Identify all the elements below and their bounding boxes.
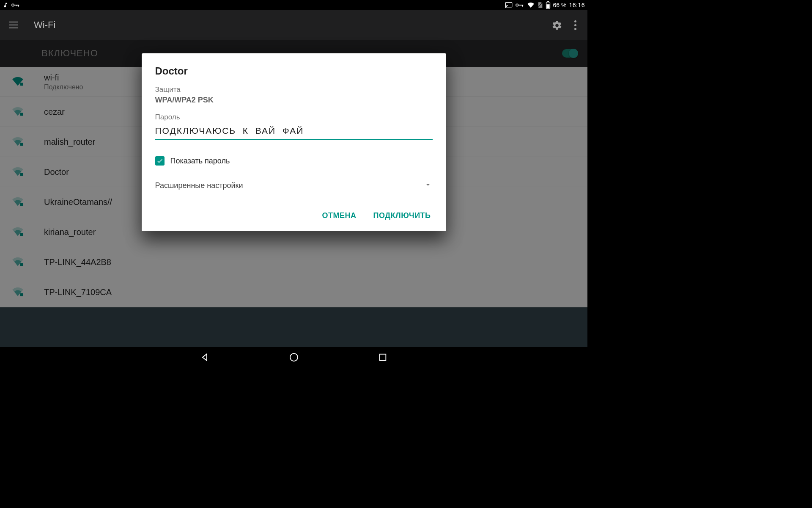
nav-back-button[interactable] bbox=[199, 351, 211, 364]
hamburger-menu[interactable] bbox=[8, 19, 19, 31]
svg-point-6 bbox=[516, 4, 518, 6]
show-password-label: Показать пароль bbox=[170, 157, 230, 166]
svg-rect-11 bbox=[547, 1, 549, 2]
show-password-row[interactable]: Показать пароль bbox=[155, 156, 433, 166]
page-title: Wi-Fi bbox=[34, 19, 55, 30]
svg-rect-2 bbox=[18, 5, 19, 7]
show-password-checkbox[interactable] bbox=[155, 156, 165, 166]
svg-point-21 bbox=[290, 353, 298, 361]
status-bar: 66 % 16:16 bbox=[0, 0, 587, 10]
clock: 16:16 bbox=[569, 2, 585, 8]
battery-icon bbox=[546, 1, 551, 9]
chevron-down-icon bbox=[423, 180, 433, 191]
dialog-scrim[interactable]: Doctor Защита WPA/WPA2 PSK Пароль Показа… bbox=[0, 40, 587, 347]
cancel-button[interactable]: ОТМЕНА bbox=[321, 208, 358, 224]
svg-point-5 bbox=[505, 7, 506, 8]
wifi-connect-dialog: Doctor Защита WPA/WPA2 PSK Пароль Показа… bbox=[142, 53, 446, 231]
overflow-menu[interactable] bbox=[573, 19, 577, 32]
svg-rect-12 bbox=[546, 4, 549, 8]
svg-rect-8 bbox=[522, 5, 523, 7]
advanced-settings-label: Расширенные настройки bbox=[155, 181, 243, 190]
password-input[interactable] bbox=[155, 121, 433, 140]
vpn-key-icon bbox=[515, 3, 524, 8]
music-icon bbox=[3, 2, 8, 8]
svg-rect-22 bbox=[379, 354, 386, 361]
nav-recents-button[interactable] bbox=[376, 351, 389, 364]
settings-gear-icon[interactable] bbox=[551, 20, 562, 30]
no-sim-icon bbox=[537, 2, 543, 8]
key-icon bbox=[11, 2, 20, 8]
navigation-bar bbox=[0, 347, 587, 367]
wifi-status-icon bbox=[527, 2, 535, 8]
app-bar: Wi-Fi bbox=[0, 10, 587, 40]
dialog-title: Doctor bbox=[155, 65, 433, 77]
connect-button[interactable]: ПОДКЛЮЧИТЬ bbox=[372, 208, 433, 224]
cast-icon bbox=[505, 2, 513, 8]
nav-home-button[interactable] bbox=[288, 351, 300, 364]
security-label: Защита bbox=[155, 86, 433, 94]
svg-point-0 bbox=[12, 4, 14, 6]
page-body: ВКЛЮЧЕНО wi-fiПодключеноcezarmalish_rout… bbox=[0, 40, 587, 347]
battery-percent: 66 % bbox=[553, 2, 567, 8]
advanced-settings-row[interactable]: Расширенные настройки bbox=[155, 177, 433, 193]
svg-rect-3 bbox=[16, 5, 17, 6]
password-label: Пароль bbox=[155, 113, 433, 121]
security-value: WPA/WPA2 PSK bbox=[155, 96, 433, 105]
